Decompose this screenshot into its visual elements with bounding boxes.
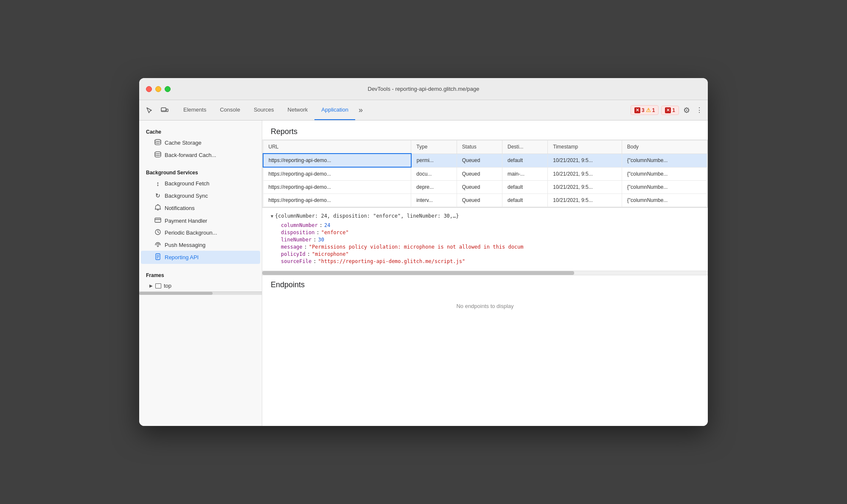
sidebar-item-reporting-api[interactable]: Reporting API bbox=[141, 251, 260, 264]
close-button[interactable] bbox=[146, 86, 152, 92]
tab-console[interactable]: Console bbox=[213, 100, 247, 120]
maximize-button[interactable] bbox=[165, 86, 171, 92]
sidebar-item-push-messaging[interactable]: Push Messaging bbox=[141, 239, 260, 251]
notifications-icon bbox=[154, 204, 161, 212]
sidebar-item-top[interactable]: ▶ top bbox=[139, 280, 262, 291]
toolbar: Elements Console Sources Network Applica… bbox=[139, 100, 708, 120]
frame-arrow-icon: ▶ bbox=[149, 283, 153, 288]
col-header-type[interactable]: Type bbox=[411, 140, 457, 154]
detail-line-0: columnNumber : 24 bbox=[271, 222, 699, 228]
detail-val-0: 24 bbox=[324, 222, 330, 228]
detail-line-4: policyId : "microphone" bbox=[271, 251, 699, 257]
col-header-dest[interactable]: Desti... bbox=[502, 140, 547, 154]
sidebar-scrollbar-thumb bbox=[139, 292, 213, 295]
device-toggle-button[interactable] bbox=[158, 104, 171, 117]
row-3-url: https://reporting-api-demo... bbox=[263, 194, 411, 207]
sidebar-item-cache-storage[interactable]: Cache Storage bbox=[141, 137, 260, 149]
table-row[interactable]: https://reporting-api-demo... interv... … bbox=[263, 194, 707, 207]
horizontal-scrollbar[interactable] bbox=[262, 271, 708, 275]
row-0-type: permi... bbox=[411, 154, 457, 167]
sidebar-item-notifications[interactable]: Notifications bbox=[141, 202, 260, 215]
inspect-element-button[interactable] bbox=[143, 104, 156, 117]
back-forward-cache-icon bbox=[154, 151, 161, 159]
table-row[interactable]: https://reporting-api-demo... depre... Q… bbox=[263, 181, 707, 194]
row-3-timestamp: 10/21/2021, 9:5... bbox=[548, 194, 622, 207]
sidebar-item-back-forward-cache[interactable]: Back-forward Cach... bbox=[141, 149, 260, 161]
more-options-button[interactable]: ⋮ bbox=[694, 104, 704, 116]
reporting-api-label: Reporting API bbox=[165, 254, 199, 260]
tab-elements[interactable]: Elements bbox=[177, 100, 213, 120]
settings-button[interactable]: ⚙ bbox=[682, 104, 692, 117]
svg-rect-0 bbox=[161, 108, 166, 112]
error-badge-2[interactable]: ✕ 1 bbox=[661, 106, 679, 115]
row-2-url: https://reporting-api-demo... bbox=[263, 181, 411, 194]
detail-val-3: "Permissions policy violation: microphon… bbox=[309, 244, 524, 250]
push-messaging-label: Push Messaging bbox=[165, 242, 205, 248]
warning-icon: ⚠ bbox=[646, 107, 651, 113]
sidebar-item-background-sync[interactable]: ↻ Background Sync bbox=[141, 190, 260, 202]
detail-summary: ▼ {columnNumber: 24, disposition: "enfor… bbox=[271, 213, 699, 219]
reports-section: Reports URL Type Status Desti... Timesta… bbox=[262, 120, 708, 275]
frame-top-label: top bbox=[164, 283, 171, 289]
endpoints-section: Endpoints No endpoints to display bbox=[262, 275, 708, 318]
detail-key-1: disposition bbox=[281, 230, 314, 235]
svg-point-10 bbox=[157, 246, 159, 247]
row-0-body: {"columnNumbe... bbox=[622, 154, 707, 167]
sidebar-item-periodic-background[interactable]: Periodic Backgroun... bbox=[141, 227, 260, 239]
row-2-status: Queued bbox=[457, 181, 502, 194]
svg-rect-1 bbox=[166, 109, 168, 112]
col-header-status[interactable]: Status bbox=[457, 140, 502, 154]
sidebar-scrollbar[interactable] bbox=[139, 291, 262, 295]
row-1-url: https://reporting-api-demo... bbox=[263, 167, 411, 181]
bg-services-section-title: Background Services bbox=[139, 166, 262, 177]
tab-network[interactable]: Network bbox=[281, 100, 315, 120]
detail-val-4: "microphone" bbox=[312, 251, 349, 257]
error-badge-1[interactable]: ✕ 3 ⚠ 1 bbox=[631, 105, 659, 115]
row-0-dest: default bbox=[502, 154, 547, 167]
col-header-timestamp[interactable]: Timestamp bbox=[548, 140, 622, 154]
notifications-label: Notifications bbox=[165, 205, 195, 211]
detail-expand-icon[interactable]: ▼ bbox=[271, 214, 273, 218]
detail-val-5: "https://reporting-api-demo.glitch.me/sc… bbox=[318, 258, 465, 264]
tab-sources[interactable]: Sources bbox=[247, 100, 281, 120]
row-0-status: Queued bbox=[457, 154, 502, 167]
error-icon-2: ✕ bbox=[665, 107, 671, 113]
row-0-timestamp: 10/21/2021, 9:5... bbox=[548, 154, 622, 167]
svg-rect-5 bbox=[155, 218, 161, 222]
frame-page-icon bbox=[155, 283, 161, 288]
table-row[interactable]: https://reporting-api-demo... docu... Qu… bbox=[263, 167, 707, 181]
background-sync-label: Background Sync bbox=[165, 193, 208, 199]
cache-storage-icon bbox=[154, 139, 161, 146]
payment-handler-icon bbox=[154, 217, 161, 224]
more-tabs-button[interactable]: » bbox=[355, 100, 366, 120]
minimize-button[interactable] bbox=[155, 86, 161, 92]
row-2-dest: default bbox=[502, 181, 547, 194]
sidebar-item-payment-handler[interactable]: Payment Handler bbox=[141, 215, 260, 227]
title-bar: DevTools - reporting-api-demo.glitch.me/… bbox=[139, 78, 708, 100]
detail-panel: ▼ {columnNumber: 24, disposition: "enfor… bbox=[262, 207, 708, 271]
detail-line-1: disposition : "enforce" bbox=[271, 230, 699, 235]
window-title: DevTools - reporting-api-demo.glitch.me/… bbox=[367, 86, 479, 92]
periodic-background-icon bbox=[154, 229, 161, 236]
row-1-type: docu... bbox=[411, 167, 457, 181]
col-header-body[interactable]: Body bbox=[622, 140, 707, 154]
h-scrollbar-thumb bbox=[262, 271, 574, 275]
background-fetch-icon: ↕ bbox=[154, 180, 161, 187]
detail-val-2: 30 bbox=[318, 237, 324, 243]
table-row[interactable]: https://reporting-api-demo... permi... Q… bbox=[263, 154, 707, 167]
toolbar-right: ✕ 3 ⚠ 1 ✕ 1 ⚙ ⋮ bbox=[631, 104, 704, 117]
tab-bar: Elements Console Sources Network Applica… bbox=[177, 100, 629, 120]
periodic-background-label: Periodic Backgroun... bbox=[165, 230, 217, 236]
row-2-timestamp: 10/21/2021, 9:5... bbox=[548, 181, 622, 194]
detail-line-2: lineNumber : 30 bbox=[271, 237, 699, 243]
endpoints-title: Endpoints bbox=[262, 275, 708, 294]
row-1-dest: main-... bbox=[502, 167, 547, 181]
sidebar: Cache Cache Storage Back-forward Cach...… bbox=[139, 120, 262, 426]
detail-summary-text: {columnNumber: 24, disposition: "enforce… bbox=[275, 213, 459, 219]
col-header-url[interactable]: URL bbox=[263, 140, 411, 154]
reporting-api-icon bbox=[154, 253, 161, 261]
detail-line-5: sourceFile : "https://reporting-api-demo… bbox=[271, 258, 699, 264]
detail-key-5: sourceFile bbox=[281, 258, 311, 264]
tab-application[interactable]: Application bbox=[314, 100, 355, 120]
sidebar-item-background-fetch[interactable]: ↕ Background Fetch bbox=[141, 177, 260, 190]
